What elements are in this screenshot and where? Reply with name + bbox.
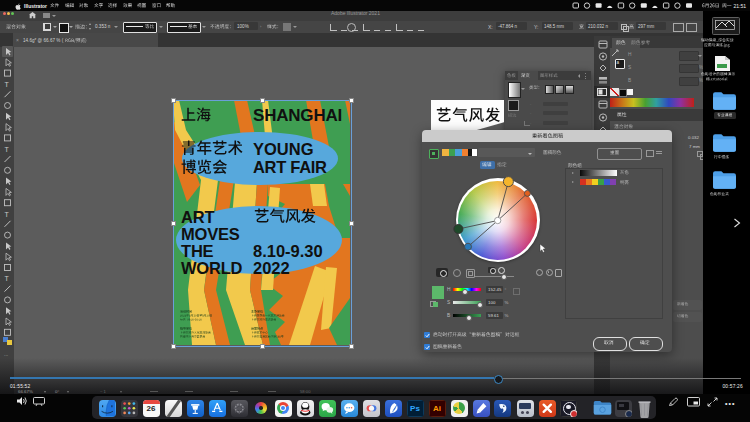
svg-text:T: T <box>5 81 10 88</box>
svg-text:T: T <box>5 146 10 153</box>
svg-text:T: T <box>5 275 10 282</box>
svg-text:T: T <box>5 211 10 218</box>
